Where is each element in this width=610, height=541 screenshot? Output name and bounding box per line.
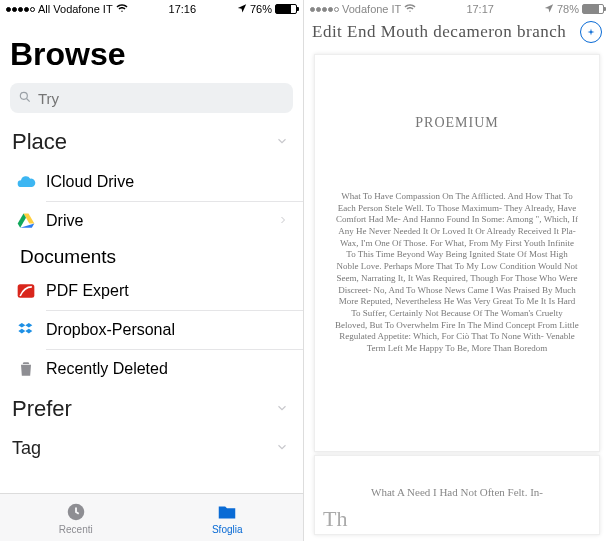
battery-icon bbox=[582, 4, 604, 14]
row-icloud-drive[interactable]: ICloud Drive bbox=[0, 163, 303, 201]
row-label: Recently Deleted bbox=[46, 360, 289, 378]
section-label: Tag bbox=[12, 438, 41, 459]
carrier-label: Vodafone IT bbox=[342, 3, 401, 15]
battery-pct: 76% bbox=[250, 3, 272, 15]
page-title: Browse bbox=[0, 18, 303, 83]
page-body: What To Have Compassion On The Afflicted… bbox=[333, 191, 581, 355]
section-place[interactable]: Place bbox=[0, 121, 303, 163]
row-dropbox[interactable]: Dropbox-Personal bbox=[0, 311, 303, 349]
search-field[interactable] bbox=[10, 83, 293, 113]
page2-line: What A Need I Had Not Often Felt. In- bbox=[333, 486, 581, 498]
status-bar: Vodafone IT 17:17 78% bbox=[304, 0, 610, 18]
status-bar: All Vodafone IT 17:16 76% bbox=[0, 0, 303, 18]
battery-pct: 78% bbox=[557, 3, 579, 15]
trash-icon bbox=[12, 359, 40, 379]
section-tag[interactable]: Tag bbox=[0, 430, 303, 467]
battery-icon bbox=[275, 4, 297, 14]
wifi-icon bbox=[116, 2, 128, 16]
svg-marker-3 bbox=[18, 214, 26, 228]
carrier-label: All Vodafone IT bbox=[38, 3, 113, 15]
row-recently-deleted[interactable]: Recently Deleted bbox=[0, 350, 303, 388]
svg-point-0 bbox=[20, 92, 27, 99]
document-page-1[interactable]: PROEMIUM What To Have Compassion On The … bbox=[314, 54, 600, 452]
search-input[interactable] bbox=[38, 90, 285, 107]
document-title: Edit End Mouth decameron branch bbox=[312, 22, 574, 42]
tab-label: Recenti bbox=[59, 524, 93, 535]
chevron-down-icon bbox=[275, 401, 289, 418]
tab-recent[interactable]: Recenti bbox=[0, 494, 152, 541]
chevron-down-icon bbox=[275, 134, 289, 151]
chevron-down-icon bbox=[275, 440, 289, 457]
svg-marker-4 bbox=[20, 224, 34, 228]
tab-bar: Recenti Sfoglia bbox=[0, 493, 303, 541]
row-label: Drive bbox=[46, 212, 277, 230]
tab-label: Sfoglia bbox=[212, 524, 243, 535]
row-pdf-expert[interactable]: PDF Expert bbox=[0, 272, 303, 310]
location-icon bbox=[544, 3, 554, 15]
cloud-icon bbox=[12, 172, 40, 192]
document-page-2[interactable]: What A Need I Had Not Often Felt. In- Th bbox=[314, 455, 600, 535]
tab-browse[interactable]: Sfoglia bbox=[152, 494, 304, 541]
row-label: ICloud Drive bbox=[46, 173, 289, 191]
page-heading: PROEMIUM bbox=[333, 115, 581, 131]
clock-label: 17:17 bbox=[416, 3, 544, 15]
dropcap: Th bbox=[323, 506, 347, 532]
section-label: Prefer bbox=[12, 396, 72, 422]
row-label: Dropbox-Personal bbox=[46, 321, 289, 339]
section-prefer[interactable]: Prefer bbox=[0, 388, 303, 430]
row-google-drive[interactable]: Drive bbox=[0, 202, 303, 240]
signal-icon bbox=[6, 7, 35, 12]
section-label: Place bbox=[12, 129, 67, 155]
section-documents: Documents bbox=[0, 240, 303, 272]
compass-icon[interactable] bbox=[580, 21, 602, 43]
pdf-expert-icon bbox=[12, 281, 40, 301]
drive-icon bbox=[12, 211, 40, 231]
clock-label: 17:16 bbox=[128, 3, 237, 15]
search-icon bbox=[18, 90, 32, 107]
location-icon bbox=[237, 3, 247, 15]
svg-line-1 bbox=[27, 98, 30, 101]
row-label: PDF Expert bbox=[46, 282, 289, 300]
chevron-right-icon bbox=[277, 213, 289, 229]
wifi-icon bbox=[404, 2, 416, 16]
dropbox-icon bbox=[12, 320, 40, 340]
document-header: Edit End Mouth decameron branch bbox=[304, 18, 610, 46]
signal-icon bbox=[310, 7, 339, 12]
